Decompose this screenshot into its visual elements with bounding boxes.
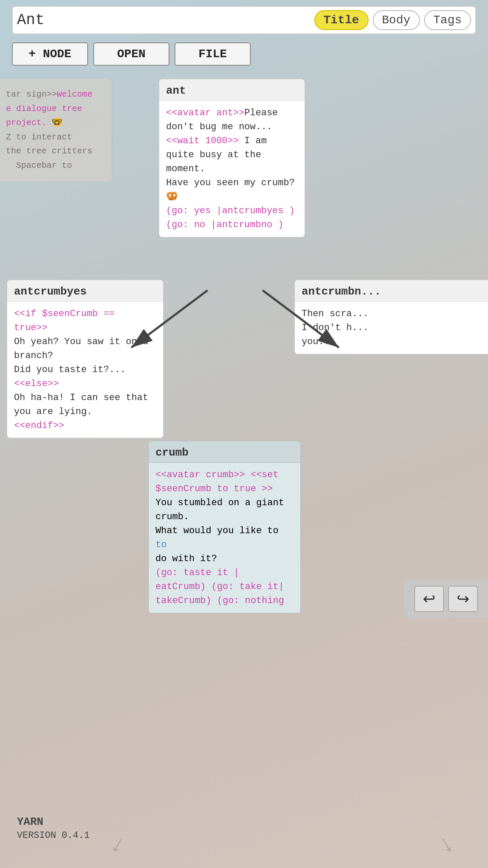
file-button[interactable]: FILE — [175, 42, 251, 66]
crumb-go1: (go: taste it | — [155, 568, 239, 578]
ant-node-body: <<avatar ant>>Please don't bug me now...… — [159, 101, 305, 237]
ant-node-title: ant — [159, 79, 305, 101]
deco-arrow-left: ↓ — [104, 829, 131, 862]
antcrumbyes-title: antcrumbyes — [7, 280, 163, 302]
ant-go-yes: (go: yes |antcrumbyes ) — [166, 206, 295, 216]
crumb-go2b: takeCrumb) — [155, 595, 211, 606]
crumb-line3b: do with it? — [155, 554, 217, 564]
crumb-go1b: eatCrumb) — [155, 581, 206, 592]
ant-go-no: (go: no |antcrumbno ) — [166, 220, 283, 230]
endif-tag: <<endif>> — [14, 420, 64, 431]
crumb-to: to — [155, 540, 166, 550]
open-button[interactable]: OPEN — [93, 42, 169, 66]
tab-title-button[interactable]: Title — [314, 10, 369, 30]
ant-avatar-tag: <<avatar ant>> — [166, 108, 244, 118]
ant-wait-tag: <<wait 1000>> — [166, 136, 239, 146]
toolbar: Title Body Tags — [12, 6, 476, 34]
crumb-node-body: <<avatar crumb>> <<set $seenCrumb to tru… — [149, 463, 300, 613]
antcrumbyes-line2: Did you taste it?... — [14, 364, 126, 375]
add-node-button[interactable]: + NODE — [12, 42, 88, 66]
antcrumbn-line3: you... — [302, 337, 335, 347]
antcrumbyes-line1: Oh yeah? You saw it on a branch? — [14, 337, 148, 361]
if-tag: <<if $seenCrumb ==true>> — [14, 309, 115, 333]
antcrumbn-body: Then scra... I don't h... you... — [295, 302, 488, 354]
crumb-line2: You stumbled on a giant crumb. — [155, 498, 284, 522]
version-label: YARN VERSION 0.4.1 — [17, 814, 90, 843]
crumb-avatar-tag: <<avatar crumb>> — [155, 470, 245, 480]
crumb-line3: What would you like to — [155, 526, 278, 536]
tab-tags-button[interactable]: Tags — [424, 10, 471, 30]
crumb-go2: (go: take it| — [211, 581, 284, 592]
tab-body-button[interactable]: Body — [373, 10, 420, 30]
antcrumbn-title: antcrumbn... — [295, 280, 488, 302]
sidebar-text: tar sign>>Welcomee dialogue treeproject.… — [6, 89, 92, 170]
undo-redo-bar: ↩ ↪ — [404, 580, 488, 618]
crumb-go3: (go: nothing — [217, 595, 284, 606]
app-name: YARN — [17, 814, 90, 829]
antcrumbn-node[interactable]: antcrumbn... Then scra... I don't h... y… — [294, 280, 488, 354]
crumb-node[interactable]: crumb <<avatar crumb>> <<set $seenCrumb … — [148, 441, 301, 613]
ant-line3: Have you seen my crumb? 🥨 — [166, 178, 295, 202]
antcrumbn-line2: I don't h... — [302, 323, 369, 333]
crumb-node-title: crumb — [149, 441, 300, 463]
deco-arrow-right: ↓ — [433, 829, 460, 862]
sidebar-faded: tar sign>>Welcomee dialogue treeproject.… — [0, 79, 112, 181]
antcrumbn-line1: Then scra... — [302, 309, 369, 319]
ant-node[interactable]: ant <<avatar ant>>Please don't bug me no… — [159, 79, 305, 237]
undo-button[interactable]: ↩ — [414, 586, 444, 612]
action-bar: + NODE OPEN FILE — [12, 42, 251, 66]
antcrumbyes-node[interactable]: antcrumbyes <<if $seenCrumb ==true>> Oh … — [7, 280, 164, 438]
antcrumbyes-line3: Oh ha-ha! I can see that you are lying. — [14, 392, 148, 417]
else-tag: <<else>> — [14, 378, 59, 389]
antcrumbyes-body: <<if $seenCrumb ==true>> Oh yeah? You sa… — [7, 302, 163, 438]
title-input[interactable] — [17, 11, 310, 29]
redo-button[interactable]: ↪ — [448, 586, 478, 612]
app-version: VERSION 0.4.1 — [17, 829, 90, 843]
